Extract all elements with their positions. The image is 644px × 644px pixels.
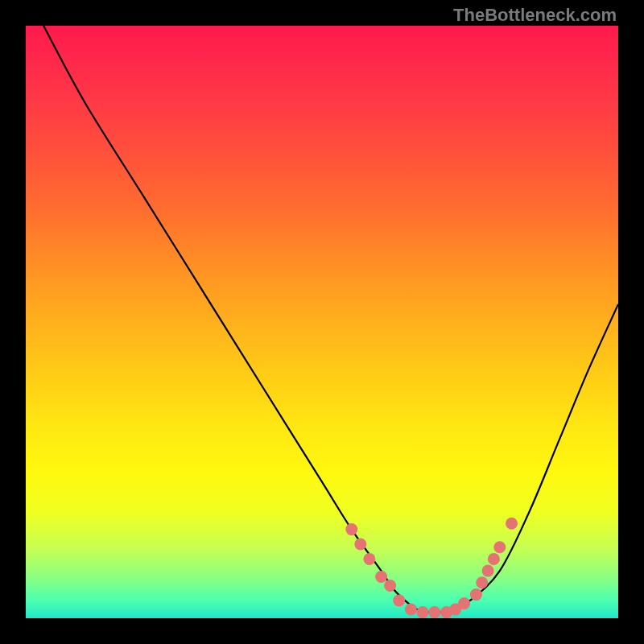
curve-marker: [493, 541, 506, 553]
curve-marker: [482, 565, 494, 577]
curve-markers: [345, 518, 518, 618]
attribution-text: TheBottleneck.com: [453, 5, 617, 26]
chart-container: TheBottleneck.com: [0, 0, 644, 644]
bottleneck-curve: [43, 26, 618, 613]
curve-marker: [476, 576, 488, 588]
curve-marker: [506, 518, 518, 530]
curve-marker: [345, 523, 357, 535]
curve-marker: [375, 571, 387, 583]
chart-overlay: [26, 26, 618, 618]
curve-marker: [488, 553, 500, 565]
curve-marker: [363, 553, 375, 565]
curve-marker: [354, 539, 366, 551]
curve-marker: [393, 594, 405, 606]
curve-marker: [470, 588, 482, 601]
curve-marker: [428, 606, 440, 618]
curve-marker: [384, 580, 396, 592]
curve-marker: [417, 606, 429, 618]
curve-marker: [458, 597, 470, 609]
curve-marker: [405, 604, 417, 616]
